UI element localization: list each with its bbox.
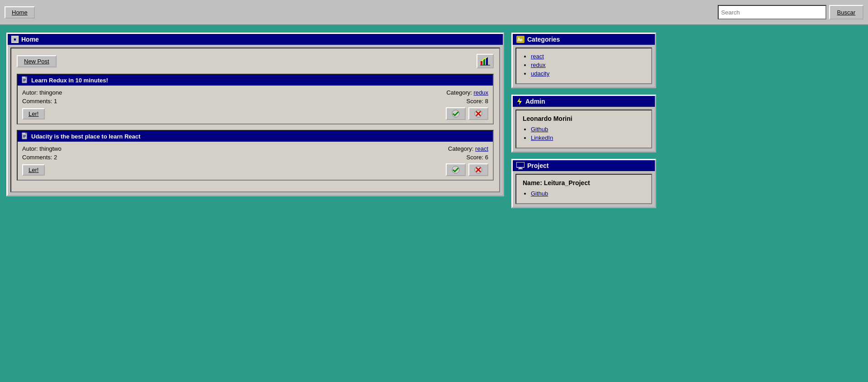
- category-item-redux: redux: [531, 62, 645, 68]
- post-card-1-titlebar: Learn Redux in 10 minutes!: [18, 75, 493, 86]
- category-link-redux[interactable]: redux: [531, 62, 546, 68]
- svg-text:B: B: [520, 38, 523, 42]
- post-doc-icon-2: [21, 133, 29, 140]
- chart-icon: [480, 57, 490, 66]
- post-2-category-link[interactable]: react: [475, 145, 488, 152]
- categories-list: react redux udacity: [531, 53, 645, 77]
- post-card-2-titlebar: Udacity is the best place to learn React: [18, 131, 493, 142]
- project-icon: [516, 162, 525, 169]
- home-win-icon: ■: [11, 36, 19, 43]
- home-panel-titlebar: ■ Home: [8, 34, 503, 45]
- category-link-udacity[interactable]: udacity: [531, 70, 549, 77]
- search-button[interactable]: Buscar: [829, 5, 863, 19]
- upvote-icon-1: [451, 110, 461, 118]
- admin-link-linkedin: LinkedIn: [531, 134, 645, 141]
- post-1-title: Learn Redux in 10 minutes!: [31, 77, 108, 84]
- category-item-udacity: udacity: [531, 70, 645, 77]
- post-card-1-body: Autor: thingone Category: redux Comments…: [18, 86, 493, 124]
- post-2-actions: Ler!: [22, 163, 488, 176]
- post-1-downvote-button[interactable]: [468, 107, 488, 120]
- svg-rect-0: [481, 61, 482, 65]
- categories-content: react redux udacity: [515, 48, 652, 84]
- post-2-downvote-button[interactable]: [468, 163, 488, 176]
- chart-icon-button[interactable]: [477, 54, 494, 68]
- post-1-score: Score: 8: [467, 98, 488, 105]
- main-layout: ■ Home New Post: [0, 25, 868, 215]
- home-panel-content: New Post: [10, 48, 500, 192]
- post-1-comments: Comments: 1: [22, 98, 57, 105]
- project-titlebar: Project: [513, 160, 655, 171]
- sidebar: A B Categories react redux udacity: [511, 33, 656, 208]
- admin-linkedin-link[interactable]: LinkedIn: [531, 134, 553, 141]
- new-post-button[interactable]: New Post: [17, 55, 57, 67]
- categories-icon: A B: [516, 36, 525, 43]
- svg-rect-19: [25, 133, 27, 134]
- post-doc-icon-1: [21, 76, 29, 84]
- project-name: Name: Leitura_Project: [523, 179, 645, 186]
- categories-title: Categories: [527, 36, 560, 43]
- categories-titlebar: A B Categories: [513, 34, 655, 45]
- upvote-icon-2: [451, 166, 461, 174]
- post-2-read-button[interactable]: Ler!: [22, 164, 45, 176]
- topbar: Home Buscar: [0, 0, 868, 25]
- svg-rect-9: [25, 76, 27, 78]
- svg-marker-27: [517, 98, 522, 105]
- admin-title: Admin: [525, 98, 545, 105]
- topbar-left: Home: [5, 6, 35, 19]
- svg-rect-31: [518, 168, 523, 169]
- project-content: Name: Leitura_Project Github: [515, 174, 652, 204]
- project-github-link[interactable]: Github: [531, 190, 548, 197]
- post-2-score: Score: 6: [467, 154, 488, 161]
- post-1-meta-bottom: Comments: 1 Score: 8: [22, 98, 488, 105]
- project-title: Project: [527, 162, 548, 169]
- post-2-vote-buttons: [446, 163, 488, 176]
- admin-content: Leonardo Morini Github LinkedIn: [515, 110, 652, 148]
- post-2-meta-top: Autor: thingtwo Category: react: [22, 145, 488, 152]
- post-card-2: Udacity is the best place to learn React…: [17, 130, 494, 181]
- post-2-meta-bottom: Comments: 2 Score: 6: [22, 154, 488, 161]
- project-links-list: Github: [531, 190, 645, 197]
- admin-links-list: Github LinkedIn: [531, 126, 645, 141]
- downvote-icon-1: [473, 110, 483, 118]
- admin-panel: Admin Leonardo Morini Github LinkedIn: [511, 95, 656, 153]
- admin-titlebar: Admin: [513, 96, 655, 107]
- post-2-category: Category: react: [448, 145, 488, 152]
- new-post-bar: New Post: [17, 54, 494, 68]
- post-2-title: Udacity is the best place to learn React: [31, 133, 140, 140]
- svg-rect-2: [486, 57, 488, 65]
- post-1-read-button[interactable]: Ler!: [22, 108, 45, 119]
- post-1-category-link[interactable]: redux: [473, 89, 488, 96]
- topbar-right: Buscar: [718, 5, 863, 19]
- admin-icon: [516, 98, 523, 105]
- post-1-category: Category: redux: [446, 89, 488, 96]
- post-1-author: Autor: thingone: [22, 89, 62, 96]
- post-2-author: Autor: thingtwo: [22, 145, 62, 152]
- post-1-upvote-button[interactable]: [446, 107, 466, 120]
- svg-rect-29: [517, 162, 524, 167]
- post-2-comments: Comments: 2: [22, 154, 57, 161]
- home-button[interactable]: Home: [5, 6, 35, 19]
- downvote-icon-2: [473, 166, 483, 174]
- post-2-upvote-button[interactable]: [446, 163, 466, 176]
- search-input[interactable]: [718, 5, 826, 19]
- categories-panel: A B Categories react redux udacity: [511, 33, 656, 88]
- category-link-react[interactable]: react: [531, 53, 544, 60]
- admin-name: Leonardo Morini: [523, 115, 645, 122]
- home-panel-title: Home: [21, 36, 39, 43]
- post-1-meta-top: Autor: thingone Category: redux: [22, 89, 488, 96]
- center-panel: ■ Home New Post: [6, 33, 504, 196]
- post-1-vote-buttons: [446, 107, 488, 120]
- post-card-2-body: Autor: thingtwo Category: react Comments…: [18, 142, 493, 180]
- svg-rect-30: [519, 167, 522, 168]
- project-link-github: Github: [531, 190, 645, 197]
- project-panel: Project Name: Leitura_Project Github: [511, 159, 656, 208]
- post-1-actions: Ler!: [22, 107, 488, 120]
- category-item-react: react: [531, 53, 645, 60]
- post-card-1: Learn Redux in 10 minutes! Autor: thingo…: [17, 74, 494, 124]
- admin-link-github: Github: [531, 126, 645, 133]
- admin-github-link[interactable]: Github: [531, 126, 548, 133]
